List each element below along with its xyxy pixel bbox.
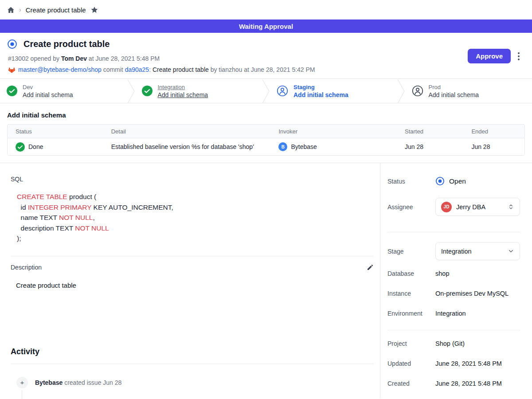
stage-env-label: Dev [23,84,73,90]
plus-icon: + [16,377,28,388]
stage-task-label: Add initial schema [158,91,208,98]
instance-value: On-premises Dev MySQL [435,290,509,297]
avatar: B [278,142,287,151]
project-label: Project [387,340,435,347]
stage-integration[interactable]: Integration Add initial schema [135,79,262,103]
sql-label: SQL [11,176,374,183]
sql-code-block: CREATE TABLE product ( id INTEGER PRIMAR… [17,192,374,244]
favorite-star-icon[interactable] [90,6,98,14]
check-circle-icon [16,142,25,152]
page-title: Create product table [23,39,110,49]
stage-label: Stage [387,248,435,255]
stage-value: Integration [441,248,503,255]
issue-opened-time: at June 28, 2021 5:48 PM [87,55,160,62]
issue-author: Tom Dev [61,55,87,62]
created-value: June 28, 2021 5:48 PM [435,380,502,387]
updated-value: June 28, 2021 5:48 PM [435,360,502,367]
issue-body: SQL CREATE TABLE product ( id INTEGER PR… [0,163,380,399]
commit-message: Create product table [153,66,209,73]
description-text: Create product table [16,282,374,289]
task-status: Done [28,143,43,150]
issue-open-icon [7,39,17,49]
assignee-value: Jerry DBA [456,203,503,211]
status-label: Status [387,178,435,185]
description-label: Description [11,264,42,271]
assignee-select[interactable]: JD Jerry DBA [435,198,520,216]
gitlab-icon [8,66,16,73]
task-section: Add initial schema Status Detail Invoker… [0,103,532,156]
instance-label: Instance [387,290,435,297]
activity-actor: Bytebase [35,379,63,386]
person-circle-icon [412,85,423,97]
table-header-row: Status Detail Invoker Started Ended [8,125,524,138]
task-started: Jun 28 [397,143,463,150]
database-value: shop [435,270,449,277]
issue-number: #13002 opened by [8,55,61,62]
divider [11,256,374,256]
updated-label: Updated [387,360,435,367]
timeline-line [22,390,22,399]
column-started: Started [397,128,463,135]
task-ended: Jun 28 [463,143,524,150]
assignee-label: Assignee [387,203,435,211]
commit-author-time: by tianzhou at June 28, 2021 5:42 PM [209,66,315,73]
stage-env-label: Staging [293,84,348,90]
status-banner: Waiting Approval [0,20,532,33]
approve-button[interactable]: Approve [468,49,511,63]
environment-value: Integration [435,310,466,317]
avatar: JD [441,202,452,212]
task-table: Status Detail Invoker Started Ended Done… [7,124,525,156]
check-circle-icon [7,86,17,96]
divider [387,330,520,330]
stage-task-label: Add initial schema [23,91,73,98]
database-label: Database [387,270,435,277]
stage-task-label: Add initial schema [429,91,479,98]
stage-pipeline: Dev Add initial schema Integration Add i… [0,78,532,103]
branch-repo-link[interactable]: master@bytebase-demo/shop [18,66,102,73]
stage-prod[interactable]: Prod Add initial schema [405,79,532,103]
column-status: Status [8,128,103,135]
activity-action: created issue Jun 28 [63,379,121,386]
stage-select[interactable]: Integration [435,242,520,260]
table-row[interactable]: Done Established baseline version %s for… [8,138,524,155]
commit-hash-link[interactable]: da90a25 [125,66,149,73]
issue-sidebar: Status Open Assignee JD Jerry DBA Stage [380,163,532,399]
stage-task-label: Add initial schema [293,91,348,98]
commit-line: master@bytebase-demo/shop commit da90a25… [8,66,315,73]
column-detail: Detail [103,128,271,135]
divider [11,364,374,364]
stage-separator [127,79,135,103]
column-ended: Ended [463,128,524,135]
chevron-down-icon [508,248,514,254]
status-value: Open [449,177,466,185]
edit-pencil-icon[interactable] [367,264,374,271]
breadcrumb: › Create product table [0,0,532,20]
more-options-icon[interactable] [516,51,521,62]
environment-label: Environment [387,310,435,317]
issue-header: Create product table #13002 opened by To… [0,33,532,78]
stage-env-label: Integration [158,84,208,90]
divider [387,232,520,232]
stage-staging[interactable]: Staging Add initial schema [270,79,397,103]
column-invoker: Invoker [270,128,397,135]
task-invoker: Bytebase [291,143,317,150]
stage-dev[interactable]: Dev Add initial schema [0,79,127,103]
activity-item: + Bytebase created issue Jun 28 [11,377,374,388]
commit-text: master@bytebase-demo/shop commit da90a25… [18,66,315,73]
activity-heading: Activity [11,347,374,356]
stage-separator [397,79,405,103]
status-banner-text: Waiting Approval [239,23,293,30]
issue-meta: #13002 opened by Tom Dev at June 28, 202… [8,55,315,62]
open-status-icon [435,176,445,186]
task-detail: Established baseline version %s for data… [103,143,271,150]
check-circle-icon [142,86,153,96]
person-circle-icon [277,85,288,97]
stage-env-label: Prod [429,84,479,90]
task-heading: Add initial schema [7,111,525,119]
select-chevrons-icon [508,203,514,210]
breadcrumb-title: Create product table [26,6,86,14]
home-icon[interactable] [7,6,15,14]
stage-separator [262,79,270,103]
breadcrumb-chevron-icon: › [19,6,21,13]
project-value: Shop (Git) [435,340,465,347]
